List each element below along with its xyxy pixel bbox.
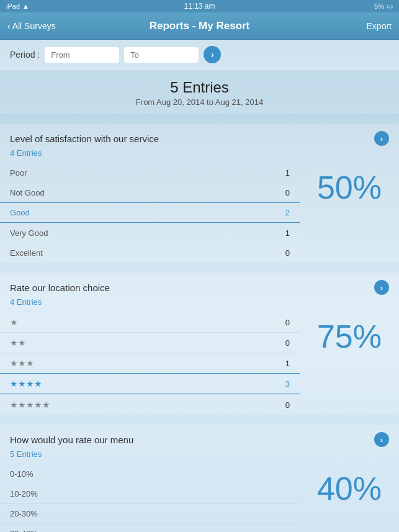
section-entries-menu: 5 Entries [0,449,399,464]
section-menu: How would you rate our menu›5 Entries0-1… [0,425,399,532]
star-label-location-2: ★★★ [10,358,34,368]
data-row-satisfaction-4: Excellent0 [0,243,300,263]
back-button[interactable]: ‹ All Surveys [7,21,56,31]
row-label-satisfaction-3: Very Good [10,228,277,238]
data-row-location-2: ★★★1 [0,353,300,373]
star-label-location-4: ★★★★★ [10,400,50,410]
section-title-menu: How would you rate our menu [10,435,133,445]
row-value-satisfaction-4: 0 [277,248,290,258]
section-header-satisfaction: Level of satisfaction with our service› [0,124,399,148]
nav-bar: ‹ All Surveys Reports - My Resort Export [0,12,399,40]
row-label-menu-0: 0-10% [10,469,277,479]
status-bar-left: iPad ▲ [6,2,29,10]
row-label-menu-3: 30-40% [10,529,277,532]
rows-area-satisfaction: Poor1Not Good0Good2Very Good1Excellent0 [0,163,300,263]
data-row-satisfaction-3: Very Good1 [0,223,300,243]
data-row-location-0: ★0 [0,312,300,332]
star-label-location-0: ★ [10,317,18,327]
star-label-location-3: ★★★★ [10,379,42,389]
section-arrow-satisfaction[interactable]: › [374,131,389,146]
section-title-location: Rate our location choice [10,282,110,293]
row-label-satisfaction-4: Excellent [10,248,277,258]
status-bar: iPad ▲ 11:13 am 5% ▭ [0,0,399,12]
data-row-satisfaction-0: Poor1 [0,163,300,183]
from-date-input[interactable] [45,47,119,63]
scroll-content[interactable]: Level of satisfaction with our service›4… [0,114,399,532]
device-label: iPad [6,2,20,10]
go-button[interactable]: › [204,46,221,63]
section-body-satisfaction: Poor1Not Good0Good2Very Good1Excellent05… [0,163,399,263]
row-value-location-1: 0 [277,338,290,348]
data-row-menu-0: 0-10% [0,464,300,484]
section-entries-satisfaction: 4 Entries [0,148,399,163]
data-row-location-1: ★★0 [0,332,300,353]
export-button[interactable]: Export [367,21,392,31]
data-row-menu-1: 10-20% [0,484,300,503]
row-label-menu-1: 10-20% [10,489,277,498]
rows-area-location: ★0★★0★★★1★★★★3★★★★★0 [0,312,300,415]
big-percent-satisfaction: 50% [300,163,399,212]
section-location: Rate our location choice›4 Entries★0★★0★… [0,273,399,415]
data-row-satisfaction-1: Not Good0 [0,183,300,202]
battery-icon: ▭ [387,2,393,11]
star-label-location-1: ★★ [10,338,26,348]
to-date-input[interactable] [124,47,199,63]
nav-title: Reports - My Resort [150,20,250,32]
section-body-location: ★0★★0★★★1★★★★3★★★★★075% [0,312,399,415]
status-bar-right: 5% ▭ [374,2,393,11]
row-value-location-2: 1 [277,359,290,368]
entries-date-range: From Aug 20, 2014 to Aug 21, 2014 [0,97,399,107]
row-value-location-0: 0 [277,318,290,327]
rows-area-menu: 0-10%10-20%20-30%30-40% [0,464,300,532]
period-bar: Period : › [0,40,399,70]
data-row-satisfaction-2: Good2 [0,202,300,223]
row-value-location-3: 3 [277,379,290,389]
big-percent-menu: 40% [300,464,399,513]
row-value-location-4: 0 [277,400,290,410]
row-value-satisfaction-0: 1 [277,168,290,178]
section-arrow-location[interactable]: › [374,280,389,295]
row-value-satisfaction-2: 2 [277,208,290,217]
big-percent-location: 75% [300,312,399,361]
entries-header: 5 Entries From Aug 20, 2014 to Aug 21, 2… [0,70,399,114]
row-value-satisfaction-3: 1 [277,228,290,238]
battery-label: 5% [374,2,384,10]
section-header-menu: How would you rate our menu› [0,425,399,449]
wifi-icon: ▲ [22,2,29,10]
section-arrow-menu[interactable]: › [374,432,389,447]
back-chevron-icon: ‹ [7,21,11,31]
data-row-location-4: ★★★★★0 [0,394,300,415]
section-title-satisfaction: Level of satisfaction with our service [10,133,159,144]
data-row-location-3: ★★★★3 [0,373,300,394]
row-label-satisfaction-2: Good [10,208,277,217]
data-row-menu-3: 30-40% [0,523,300,532]
row-label-satisfaction-0: Poor [10,168,277,178]
back-label: All Surveys [12,21,56,31]
data-row-menu-2: 20-30% [0,503,300,523]
period-label: Period : [10,50,40,60]
row-label-satisfaction-1: Not Good [10,188,277,197]
section-entries-location: 4 Entries [0,297,399,312]
entries-count: 5 Entries [0,79,399,96]
status-bar-time: 11:13 am [184,2,215,11]
row-value-satisfaction-1: 0 [277,188,290,197]
section-satisfaction: Level of satisfaction with our service›4… [0,124,399,263]
section-header-location: Rate our location choice› [0,273,399,297]
section-body-menu: 0-10%10-20%20-30%30-40%40% [0,464,399,532]
row-label-menu-2: 20-30% [10,509,277,518]
